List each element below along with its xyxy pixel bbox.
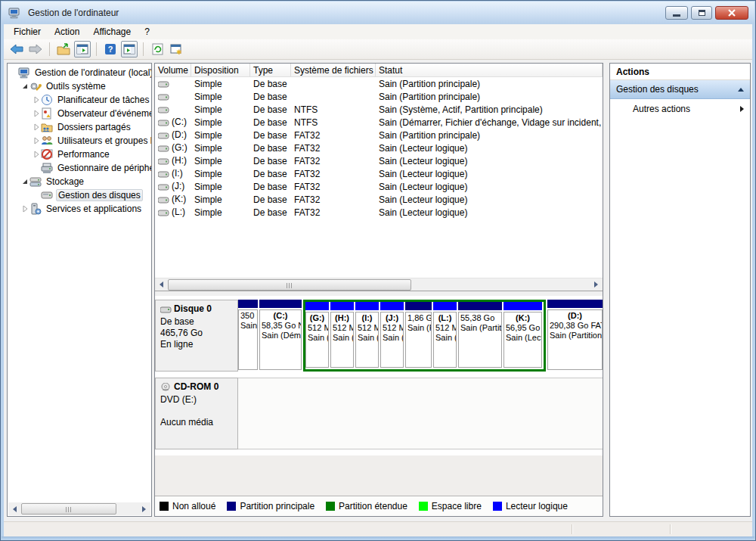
collapse-icon[interactable] bbox=[738, 88, 744, 92]
volume-row-i[interactable]: (I:)SimpleDe baseFAT32Sain (Lecteur logi… bbox=[155, 167, 603, 180]
sidebar-item-gestion-de-l-ordinateur-local-[interactable]: Gestion de l'ordinateur (local) bbox=[8, 66, 151, 79]
legend-item-non-allou-: Non alloué bbox=[160, 501, 215, 511]
partition-status: Sain (Lecteur logique) bbox=[435, 333, 454, 343]
type-cell: De base bbox=[250, 130, 291, 141]
volume-row[interactable]: SimpleDe baseSain (Partition principale) bbox=[155, 77, 603, 90]
partition[interactable]: 1,86 GoSain (Partition principale) bbox=[405, 302, 432, 369]
partition-k[interactable]: (K:)56,95 Go FAT32Sain (Lecteur logique) bbox=[503, 302, 542, 369]
filesystem-cell: NTFS bbox=[291, 104, 376, 115]
partition-h[interactable]: (H:)512 Mo FAT32Sain (Lecteur logique) bbox=[330, 302, 354, 369]
help-icon[interactable]: ? bbox=[102, 41, 119, 58]
partition-status: Sain (Lecteur logique) bbox=[383, 333, 401, 343]
sidebar-item-outils-syst-me[interactable]: Outils système bbox=[8, 79, 151, 93]
tree-horizontal-scrollbar[interactable] bbox=[8, 502, 150, 515]
actions-item-more-actions[interactable]: Autres actions bbox=[610, 99, 750, 118]
scroll-left-icon[interactable] bbox=[8, 502, 21, 515]
collapse-tree-icon[interactable] bbox=[20, 82, 29, 91]
sidebar-item-utilisateurs-et-groupes-l[interactable]: Utilisateurs et groupes l bbox=[8, 134, 151, 148]
volume-row-j[interactable]: (J:)SimpleDe baseFAT32Sain (Lecteur logi… bbox=[155, 180, 603, 193]
disk0-panel[interactable]: Disque 0 De base 465,76 Go En ligne bbox=[155, 300, 238, 372]
column-header-type[interactable]: Type bbox=[250, 64, 291, 76]
column-header-statut[interactable]: Statut bbox=[376, 64, 603, 76]
expand-tree-icon[interactable] bbox=[32, 109, 41, 118]
menu-affichage[interactable]: Affichage bbox=[86, 25, 138, 39]
partition-letter: (C:) bbox=[262, 311, 299, 321]
disposition-cell: Simple bbox=[191, 104, 250, 115]
sidebar-item-label: Planificateur de tâches bbox=[56, 94, 150, 106]
volume-row-k[interactable]: (K:)SimpleDe baseFAT32Sain (Lecteur logi… bbox=[155, 193, 603, 206]
event-viewer-icon bbox=[41, 107, 53, 120]
back-icon[interactable] bbox=[8, 41, 25, 58]
sidebar-item-dossiers-partag-s[interactable]: Dossiers partagés bbox=[8, 120, 151, 134]
volume-scrollbar-thumb[interactable] bbox=[168, 279, 411, 291]
sidebar-item-performance[interactable]: Performance bbox=[8, 148, 151, 161]
menu-fichier[interactable]: Fichier bbox=[7, 25, 48, 39]
export-folder-icon[interactable] bbox=[55, 41, 72, 58]
partition-letter: (I:) bbox=[358, 313, 376, 323]
volume-row[interactable]: SimpleDe baseNTFSSain (Système, Actif, P… bbox=[155, 103, 603, 116]
partition-type-band bbox=[380, 302, 404, 310]
scroll-left-icon[interactable] bbox=[155, 278, 168, 291]
performance-icon bbox=[41, 148, 53, 160]
partition-c[interactable]: (C:)58,35 Go NTFSSain (Démarrer, Fichier… bbox=[259, 300, 302, 372]
partition[interactable]: 55,38 GoSain (Partition principale) bbox=[458, 302, 502, 369]
scroll-right-icon[interactable] bbox=[138, 502, 150, 515]
pane-splitter[interactable] bbox=[155, 291, 603, 296]
collapse-tree-icon[interactable] bbox=[20, 177, 29, 186]
legend-item-partition-tendue: Partition étendue bbox=[326, 501, 407, 511]
cdrom-panel[interactable]: CD-ROM 0 DVD (E:) Aucun média bbox=[155, 378, 238, 449]
actions-group-disk-management[interactable]: Gestion des disques bbox=[610, 80, 750, 99]
expand-tree-icon[interactable] bbox=[32, 150, 41, 159]
volume-row-l[interactable]: (L:)SimpleDe baseFAT32Sain (Lecteur logi… bbox=[155, 206, 603, 219]
close-button[interactable] bbox=[715, 6, 748, 20]
partition-j[interactable]: (J:)512 Mo FAT32Sain (Lecteur logique) bbox=[380, 302, 404, 369]
mmc-window-icon[interactable]: ✱ bbox=[168, 41, 184, 58]
sidebar-item-stockage[interactable]: Stockage bbox=[8, 175, 151, 188]
forward-icon[interactable] bbox=[27, 41, 44, 58]
minimize-button[interactable] bbox=[665, 6, 688, 20]
partition-l[interactable]: (L:)512 Mo FAT32Sain (Lecteur logique) bbox=[433, 302, 457, 369]
partition[interactable]: 350 MoSain (Système, Actif bbox=[238, 300, 258, 372]
sidebar-item-label: Performance bbox=[56, 148, 111, 160]
expand-tree-icon[interactable] bbox=[32, 136, 41, 145]
volume-row[interactable]: SimpleDe baseSain (Partition principale) bbox=[155, 90, 603, 103]
column-header-volume[interactable]: Volume bbox=[155, 64, 191, 76]
expand-tree-icon[interactable] bbox=[32, 95, 41, 104]
expand-tree-icon[interactable] bbox=[32, 123, 41, 132]
volume-row-g[interactable]: (G:)SimpleDe baseFAT32Sain (Lecteur logi… bbox=[155, 141, 603, 154]
type-cell: De base bbox=[250, 207, 291, 218]
partition-d[interactable]: (D:)290,38 Go FAT32Sain (Partition princ… bbox=[547, 300, 603, 372]
partition-i[interactable]: (I:)512 Mo FAT32Sain (Lecteur logique) bbox=[355, 302, 379, 369]
partition-size: 290,38 Go FAT32 bbox=[550, 321, 600, 331]
menu-?[interactable]: ? bbox=[138, 25, 156, 39]
sidebar-item-gestionnaire-de-p-riph-[interactable]: Gestionnaire de périphé bbox=[8, 161, 151, 175]
partition-info: (I:)512 Mo FAT32Sain (Lecteur logique) bbox=[355, 312, 379, 368]
partition-size: 58,35 Go NTFS bbox=[262, 321, 299, 331]
sidebar-item-planificateur-de-t-ches[interactable]: Planificateur de tâches bbox=[8, 93, 151, 107]
volume-row-d[interactable]: (D:)SimpleDe baseFAT32Sain (Partition pr… bbox=[155, 129, 603, 141]
legend-label: Lecteur logique bbox=[506, 501, 568, 511]
console-tree-pane: Gestion de l'ordinateur (local)Outils sy… bbox=[7, 63, 152, 517]
volume-row-h[interactable]: (H:)SimpleDe baseFAT32Sain (Lecteur logi… bbox=[155, 154, 603, 167]
menu-action[interactable]: Action bbox=[48, 25, 86, 39]
column-header-disposition[interactable]: Disposition bbox=[191, 64, 250, 76]
sidebar-item-gestion-des-disques[interactable]: Gestion des disques bbox=[8, 188, 151, 202]
disk0-size: 465,76 Go bbox=[160, 328, 233, 339]
volume-row-c[interactable]: (C:)SimpleDe baseNTFSSain (Démarrer, Fic… bbox=[155, 116, 603, 129]
tree-scrollbar-thumb[interactable] bbox=[21, 503, 116, 515]
volume-list-horizontal-scrollbar[interactable] bbox=[155, 278, 603, 291]
disk0-type: De base bbox=[160, 316, 233, 328]
console-tree-icon[interactable] bbox=[74, 41, 91, 58]
sidebar-item-observateur-d-v-neme[interactable]: Observateur d'événeme bbox=[8, 107, 151, 120]
status-cell: Sain (Démarrer, Fichier d'échange, Vidag… bbox=[376, 117, 603, 128]
refresh-icon[interactable] bbox=[149, 41, 166, 58]
legend-label: Partition étendue bbox=[339, 501, 407, 511]
expand-tree-icon[interactable] bbox=[20, 204, 29, 213]
partition-type-band bbox=[503, 302, 542, 310]
partition-g[interactable]: (G:)512 Mo FAT32Sain (Lecteur logique) bbox=[305, 302, 329, 369]
sidebar-item-services-et-applications[interactable]: Services et applications bbox=[8, 202, 151, 216]
column-header-syst-me-de-fichiers[interactable]: Système de fichiers bbox=[291, 64, 376, 76]
action-pane-icon[interactable] bbox=[121, 41, 138, 58]
restore-button[interactable] bbox=[691, 6, 712, 20]
scroll-right-icon[interactable] bbox=[590, 278, 603, 291]
